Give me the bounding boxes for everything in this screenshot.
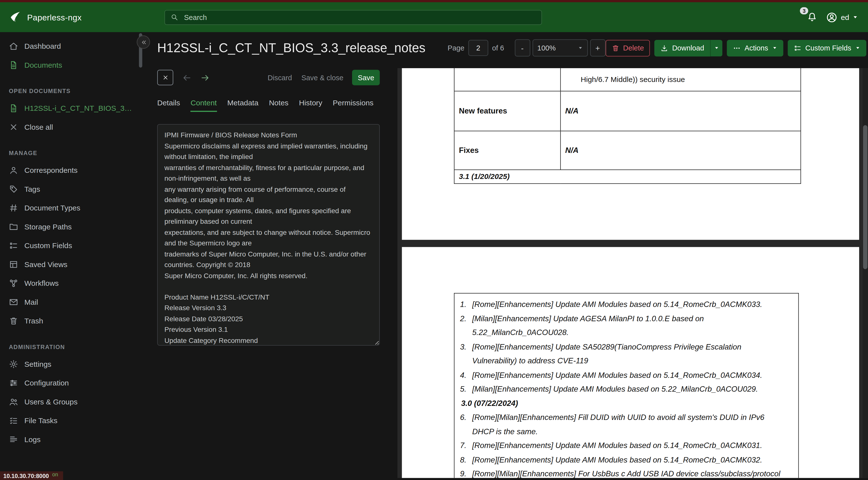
sidebar-item-logs[interactable]: Logs [0, 430, 143, 449]
zoom-out-button[interactable]: - [515, 39, 530, 57]
sidebar-item-saved-views[interactable]: Saved Views [0, 255, 143, 274]
actions-label: Actions [744, 44, 768, 52]
sidebar-item-tags[interactable]: Tags [0, 179, 143, 199]
custom-fields-icon [9, 241, 18, 250]
app-window: Paperless-ngx 3 ed Dashboard [0, 0, 868, 480]
download-split-button: Download [654, 40, 722, 56]
tab-history[interactable]: History [299, 99, 322, 112]
users-icon [9, 397, 18, 406]
sidebar-item-dashboard[interactable]: Dashboard [0, 37, 143, 56]
sidebar-item-correspondents[interactable]: Correspondents [0, 161, 143, 180]
tab-notes[interactable]: Notes [269, 99, 288, 112]
status-url: 10.10.30.70:8000 [3, 472, 49, 479]
sidebar-item-label: Custom Fields [24, 241, 72, 249]
table-cell-empty [454, 68, 560, 91]
sidebar-item-file-tasks[interactable]: File Tasks [0, 411, 143, 430]
zoom-level-value: 100% [537, 44, 556, 52]
sidebar-item-custom-fields[interactable]: Custom Fields [0, 236, 143, 255]
table-cell-fixes: Fixes [454, 131, 560, 170]
folder-icon [9, 222, 18, 231]
tab-metadata[interactable]: Metadata [227, 99, 258, 112]
custom-fields-icon [794, 44, 802, 52]
chevron-down-icon [714, 46, 719, 51]
saved-views-icon [9, 260, 18, 269]
sidebar-item-documents[interactable]: Documents [0, 55, 143, 74]
sidebar-item-open-document[interactable]: H12SSL-i_C_CT_NT_BIOS_3.3_rel... [0, 99, 143, 118]
table-cell-new-features: New features [454, 91, 560, 131]
page-count-label: of 6 [492, 44, 504, 52]
custom-fields-button[interactable]: Custom Fields [787, 40, 866, 56]
sidebar-item-trash[interactable]: Trash [0, 311, 143, 330]
document-title: H12SSL-i_C_CT_NT_BIOS_3.3_release_notes [157, 40, 425, 55]
file-tasks-icon [9, 416, 18, 425]
chevron-down-icon [855, 46, 860, 51]
global-search [164, 9, 542, 25]
list-item: 7.[Rome][Enhancements] Update AMI Module… [460, 439, 782, 453]
sidebar-item-label: File Tasks [24, 416, 58, 425]
download-caret-button[interactable] [710, 40, 722, 56]
sidebar-item-mail[interactable]: Mail [0, 293, 143, 311]
tab-details[interactable]: Details [157, 99, 180, 112]
close-document-button[interactable] [157, 70, 173, 85]
download-label: Download [672, 44, 704, 52]
save-close-button[interactable]: Save & close [301, 73, 343, 82]
sidebar-item-workflows[interactable]: Workflows [0, 274, 143, 293]
zoom-level-select[interactable]: 100% [532, 39, 588, 57]
search-icon [171, 13, 179, 21]
sidebar-item-label: Trash [24, 317, 43, 325]
close-icon [162, 74, 168, 81]
user-menu[interactable]: ed [826, 11, 858, 23]
chevrons-left-icon [140, 39, 146, 45]
save-button[interactable]: Save [352, 70, 380, 85]
editor-actions: Discard Save & close Save [157, 70, 380, 85]
close-icon [9, 122, 18, 131]
sidebar-item-configuration[interactable]: Configuration [0, 373, 143, 392]
editor-tabs: Details Content Metadata Notes History P… [157, 99, 380, 112]
release-notes-table: High/6.7 Middle)) security issue New fea… [454, 68, 801, 184]
list-item: 8.[Rome][Enhancements] Update AMI Module… [460, 453, 782, 467]
collapse-sidebar-button[interactable] [137, 35, 150, 49]
actions-button[interactable]: Actions [727, 40, 783, 56]
table-cell-new-features-value: N/A [560, 91, 801, 131]
status-url-suffix: on [52, 471, 58, 477]
sidebar-scrollbar [139, 33, 143, 480]
download-button[interactable]: Download [654, 40, 710, 56]
list-item: 1.[Rome][Enhancements] Update AMI Module… [460, 297, 782, 311]
delete-button[interactable]: Delete [606, 40, 650, 56]
content-textarea[interactable]: IPMI Firmware / BIOS Release Notes Form … [157, 124, 380, 346]
document-editor-panel: Discard Save & close Save Details Conten… [157, 62, 380, 348]
list-item: 4.[Rome][Enhancements] Update AMI Module… [460, 368, 782, 382]
next-document-button[interactable] [200, 72, 210, 83]
sidebar-item-settings[interactable]: Settings [0, 355, 143, 373]
sidebar-item-users-groups[interactable]: Users & Groups [0, 392, 143, 411]
discard-button[interactable]: Discard [268, 73, 292, 82]
trash-icon [9, 316, 18, 325]
sidebar-heading-open-documents: Open documents [9, 88, 134, 94]
table-cell-fixes-value: N/A [560, 131, 801, 170]
tab-permissions[interactable]: Permissions [333, 99, 373, 112]
person-icon [9, 166, 18, 175]
search-input[interactable] [183, 12, 536, 22]
sidebar-item-storage-paths[interactable]: Storage Paths [0, 217, 143, 236]
sidebar-item-label: Storage Paths [24, 222, 72, 231]
list-item: 3.[Rome][Enhancements] Update SA50289(Ti… [460, 340, 782, 368]
sidebar-item-label: Users & Groups [24, 397, 78, 406]
sidebar-item-label: Saved Views [24, 260, 67, 268]
preview-scrollbar-thumb[interactable] [863, 125, 868, 269]
bell-icon [806, 11, 817, 23]
notifications-button[interactable]: 3 [806, 11, 817, 23]
logs-icon [9, 434, 18, 444]
workflows-icon [9, 278, 18, 288]
previous-document-button[interactable] [182, 72, 192, 83]
zoom-in-button[interactable]: + [590, 39, 606, 57]
page-number-input[interactable] [468, 40, 488, 56]
sidebar-item-document-types[interactable]: Document Types [0, 199, 143, 217]
sidebar-item-close-all[interactable]: Close all [0, 117, 143, 137]
preview-page-2: 1.[Rome][Enhancements] Update AMI Module… [402, 247, 859, 478]
list-item: 5.[Milan][Enhancements] Update AMI Modul… [460, 382, 782, 396]
tag-icon [9, 184, 18, 193]
zoom-controls: - 100% + [515, 39, 606, 57]
status-url-bubble: 10.10.30.70:8000 on [0, 471, 63, 480]
tab-content[interactable]: Content [191, 99, 217, 112]
page-zoom-controls: Page of 6 - 100% + [447, 39, 605, 57]
